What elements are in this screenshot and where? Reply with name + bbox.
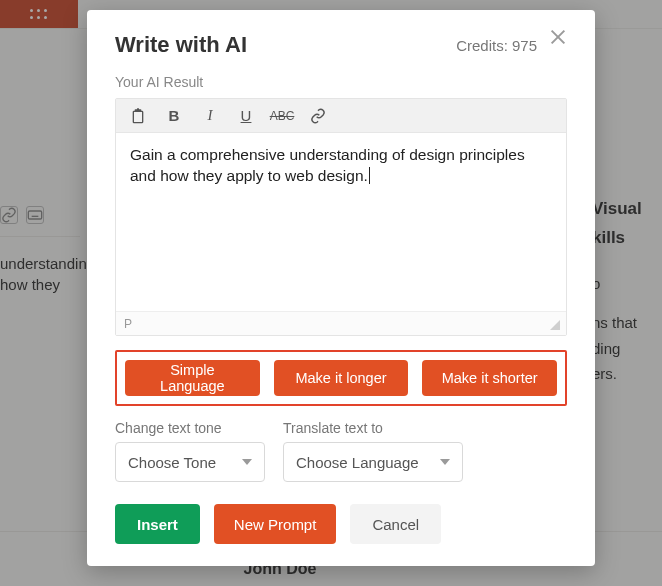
insert-button[interactable]: Insert (115, 504, 200, 544)
italic-button[interactable]: I (200, 106, 220, 126)
language-select-value: Choose Language (296, 454, 419, 471)
editor-statusbar: P (116, 311, 566, 335)
language-select[interactable]: Choose Language (283, 442, 463, 482)
svg-rect-6 (133, 111, 142, 122)
credits-label: Credits: 975 (456, 37, 537, 54)
underline-button[interactable]: U (236, 106, 256, 126)
result-subtitle: Your AI Result (115, 74, 567, 90)
simple-language-button[interactable]: Simple Language (125, 360, 260, 396)
modal-title: Write with AI (115, 32, 456, 58)
make-longer-button[interactable]: Make it longer (274, 360, 409, 396)
tone-select-value: Choose Tone (128, 454, 216, 471)
resize-handle-icon[interactable] (550, 320, 560, 330)
chevron-down-icon (440, 459, 450, 465)
text-caret (369, 167, 370, 184)
cancel-button[interactable]: Cancel (350, 504, 441, 544)
new-prompt-button[interactable]: New Prompt (214, 504, 337, 544)
tone-label: Change text tone (115, 420, 265, 436)
adjust-row: Simple Language Make it longer Make it s… (115, 350, 567, 406)
chevron-down-icon (242, 459, 252, 465)
make-shorter-button[interactable]: Make it shorter (422, 360, 557, 396)
paste-icon[interactable] (128, 106, 148, 126)
result-editor: B I U ABC Gain a comprehensive understan… (115, 98, 567, 336)
editor-element-path: P (124, 317, 132, 331)
bold-button[interactable]: B (164, 106, 184, 126)
editor-toolbar: B I U ABC (116, 99, 566, 133)
close-icon[interactable] (549, 28, 567, 46)
tone-select[interactable]: Choose Tone (115, 442, 265, 482)
link-button[interactable] (308, 106, 328, 126)
ai-result-text[interactable]: Gain a comprehensive understanding of de… (116, 133, 566, 311)
strikethrough-button[interactable]: ABC (272, 106, 292, 126)
ai-modal: Write with AI Credits: 975 Your AI Resul… (87, 10, 595, 566)
translate-label: Translate text to (283, 420, 463, 436)
